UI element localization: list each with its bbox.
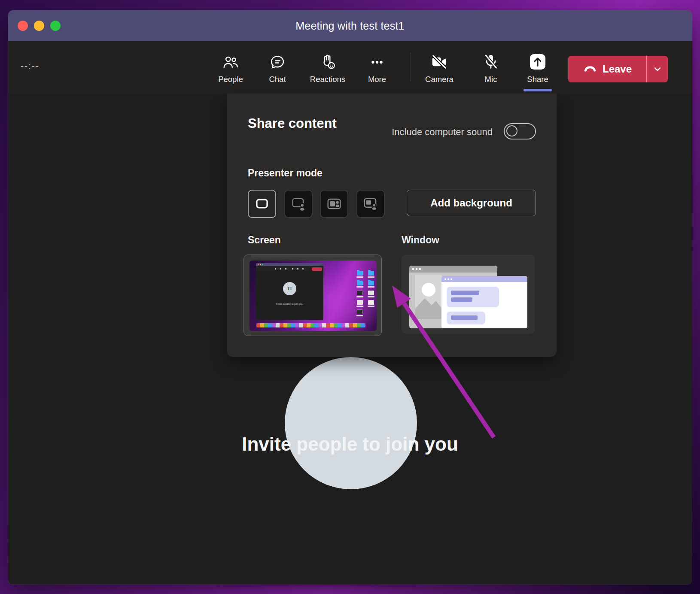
mini-leave-button [312,267,322,271]
share-content-panel: Share content Include computer sound Pre… [227,94,557,357]
meeting-stage: Invite people to join you Share content … [8,94,692,585]
presenter-mode-content-only[interactable] [248,190,276,218]
desktop-folder-icon [368,271,374,276]
window-share-thumbnail[interactable] [402,255,535,334]
leave-options-button[interactable] [647,56,668,82]
add-background-button[interactable]: Add background [407,190,536,216]
window-titlebar[interactable]: Meeting with test test1 [8,10,692,41]
chevron-down-icon [651,63,664,76]
desktop-file-icon [357,291,363,295]
standout-mode-icon [289,194,308,213]
zoom-window-button[interactable] [50,21,61,31]
mic-label: Mic [470,75,511,84]
chat-label: Chat [257,75,298,84]
mic-muted-icon [470,50,511,71]
people-icon [210,50,251,71]
camera-label: Camera [419,75,460,84]
mini-avatar: TT [283,282,296,295]
share-button[interactable]: Share [517,50,558,89]
hangup-phone-icon [583,62,597,76]
leave-button-group: Leave [568,56,668,82]
meeting-toolbar: --:-- People Chat [8,41,692,94]
traffic-lights [18,21,61,31]
camera-off-icon [419,50,460,71]
presenter-mode-standout[interactable] [284,190,313,218]
toggle-knob [506,125,517,136]
window-section-label: Window [402,234,439,246]
content-only-icon [253,194,271,213]
meeting-timer: --:-- [21,61,40,71]
include-sound-toggle[interactable] [504,123,536,139]
mini-invite-caption: Invite people to join you [256,303,323,305]
mini-toolbar [256,266,323,272]
toolbar-divider [411,52,411,82]
ellipsis-more-icon [356,50,398,71]
invite-people-text: Invite people to join you [8,433,692,455]
more-button[interactable]: More [356,50,398,89]
share-active-indicator [523,89,552,91]
teams-meeting-window: Meeting with test test1 --:-- People [8,10,692,585]
presenter-mode-reporter[interactable] [356,190,385,218]
reporter-mode-icon [361,194,380,213]
raised-hand-reactions-icon [307,50,348,71]
presenter-mode-label: Presenter mode [248,167,323,179]
screen-section-label: Screen [248,234,281,246]
leave-button[interactable]: Leave [568,56,646,82]
chat-icon [257,50,298,71]
share-label: Share [517,75,558,84]
presenter-mode-side-by-side[interactable] [320,190,348,218]
desktop-folder-icon [368,281,374,285]
desktop-folder-icon [357,281,363,285]
share-screen-icon [517,50,558,71]
window-preview-illustration [402,255,535,334]
camera-button[interactable]: Camera [419,50,460,89]
more-label: More [356,75,398,84]
side-by-side-mode-icon [325,194,344,213]
screen-share-thumbnail[interactable]: TT Invite people to join you [243,255,382,336]
include-sound-label: Include computer sound [392,127,493,138]
people-button[interactable]: People [210,50,251,89]
mini-titlebar [256,263,323,266]
desktop-file-icon [368,300,374,305]
minimize-window-button[interactable] [34,21,44,31]
participant-avatar-circle [285,357,417,489]
mini-dock [256,323,365,327]
mic-button[interactable]: Mic [470,50,511,89]
window-title: Meeting with test test1 [295,20,404,32]
share-panel-title: Share content [248,116,337,131]
desktop-file-icon [357,300,363,305]
desktop-file-icon [357,309,363,314]
desktop-folder-icon [357,271,363,276]
chat-button[interactable]: Chat [257,50,298,89]
reactions-button[interactable]: Reactions [307,50,348,89]
reactions-label: Reactions [307,75,348,84]
screen-preview-image: TT Invite people to join you [250,261,377,331]
mini-teams-window: TT Invite people to join you [256,263,323,320]
desktop-file-icon [368,291,374,295]
close-window-button[interactable] [18,21,28,31]
leave-label: Leave [603,63,632,75]
people-label: People [210,75,251,84]
